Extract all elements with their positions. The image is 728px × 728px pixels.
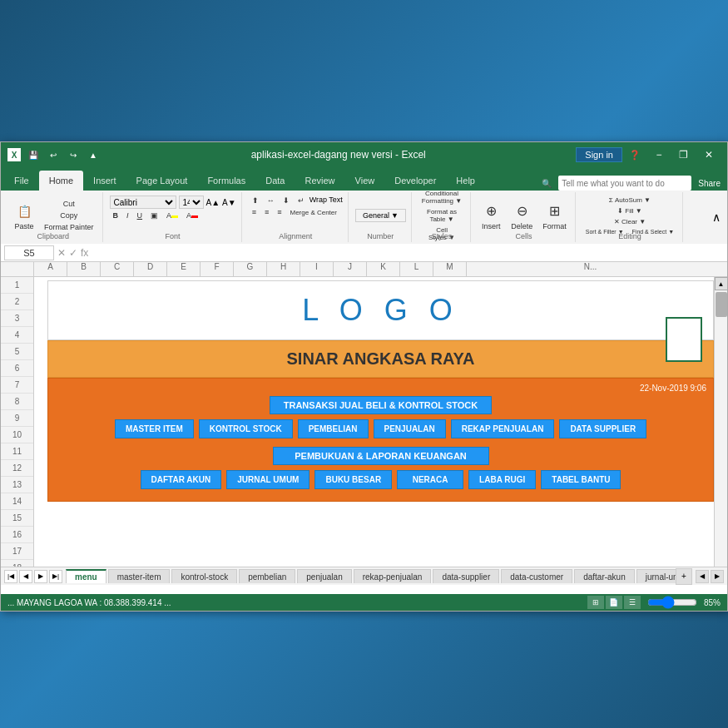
font-decrease-icon[interactable]: A▼ (222, 198, 236, 207)
tab-penjualan[interactable]: penjualan (297, 569, 351, 583)
tab-data-customer[interactable]: data-customer (501, 569, 572, 583)
tab-page-layout[interactable]: Page Layout (126, 171, 198, 191)
font-name-select[interactable]: Calibri (110, 196, 176, 209)
paste-button[interactable]: 📋 Paste (9, 194, 39, 237)
fill-button[interactable]: ⬇ Fill ▼ (582, 206, 677, 215)
border-button[interactable]: ▣ (147, 210, 161, 220)
autosum-button[interactable]: Σ AutoSum ▼ (582, 196, 677, 205)
col-N: N... (467, 262, 714, 276)
bold-button[interactable]: B (110, 210, 122, 220)
sheet-tab-prev[interactable]: ◀ (19, 570, 32, 583)
sheet-scroll-right[interactable]: ▶ (711, 570, 724, 583)
sheet-tab-first[interactable]: |◀ (4, 570, 17, 583)
align-center-button[interactable]: ≡ (261, 207, 272, 217)
delete-button[interactable]: ⊖ Delete (508, 200, 536, 232)
ribbon-collapse-button[interactable]: ∧ (712, 210, 721, 224)
scroll-up-arrow[interactable]: ▲ (715, 277, 728, 290)
tab-daftar-akun[interactable]: daftar-akun (574, 569, 635, 583)
page-break-view-button[interactable]: ☰ (624, 596, 641, 609)
wrap-text-button[interactable]: ↵ (295, 196, 308, 206)
restore-button[interactable]: ❐ (672, 146, 696, 163)
qat-redo[interactable]: ↪ (66, 147, 81, 162)
row-17: 17 (1, 543, 33, 560)
btn-laba-rugi[interactable]: LABA RUGI (468, 470, 536, 489)
btn-jurnal-umum[interactable]: JURNAL UMUM (226, 470, 310, 489)
font-size-select[interactable]: 14 (179, 196, 204, 209)
cut-button[interactable]: Cut (41, 199, 97, 209)
align-middle-button[interactable]: ↔ (264, 196, 278, 206)
tab-view[interactable]: View (345, 171, 385, 191)
help-icon[interactable]: ❓ (629, 150, 641, 161)
btn-master-item[interactable]: MASTER ITEM (115, 419, 194, 438)
name-box[interactable] (4, 245, 54, 260)
tab-data[interactable]: Data (255, 171, 295, 191)
fill-color-button[interactable]: A (163, 210, 181, 220)
tab-master-item[interactable]: master-item (108, 569, 171, 583)
qat-save[interactable]: 💾 (26, 147, 41, 162)
tab-developer[interactable]: Developer (384, 171, 446, 191)
page-layout-view-button[interactable]: 📄 (606, 596, 622, 609)
number-format-select[interactable]: General ▼ (355, 209, 406, 222)
btn-rekap-penjualan[interactable]: REKAP PENJUALAN (451, 419, 555, 438)
sheet-tab-next[interactable]: ▶ (34, 570, 47, 583)
italic-button[interactable]: I (123, 210, 132, 220)
formula-input[interactable] (92, 245, 724, 260)
btn-buku-besar[interactable]: BUKU BESAR (314, 470, 392, 489)
qat-up[interactable]: ▲ (86, 147, 101, 162)
format-as-table-button[interactable]: Format asTable ▼ (418, 207, 465, 224)
sheet-scroll-left[interactable]: ◀ (696, 570, 709, 583)
btn-pembelian[interactable]: PEMBELIAN (298, 419, 369, 438)
minimize-button[interactable]: − (647, 146, 671, 163)
scroll-thumb[interactable] (716, 292, 727, 317)
tell-me-input[interactable] (558, 176, 691, 191)
tab-kontrol-stock[interactable]: kontrol-stock (171, 569, 237, 583)
tab-help[interactable]: Help (446, 171, 485, 191)
font-color-button[interactable]: A (183, 210, 201, 220)
editing-group: Σ AutoSum ▼ ⬇ Fill ▼ ✕ Clear ▼ Sort & Fi… (577, 192, 683, 242)
extra-cell[interactable] (666, 317, 702, 362)
close-button[interactable]: ✕ (697, 146, 721, 163)
btn-data-supplier[interactable]: DATA SUPPLIER (559, 419, 646, 438)
share-button[interactable]: Share (698, 179, 721, 188)
align-top-button[interactable]: ⬆ (249, 196, 262, 206)
btn-kontrol-stock[interactable]: KONTROL STOCK (199, 419, 293, 438)
cells-group: ⊕ Insert ⊖ Delete ⊞ Format Cells (473, 192, 576, 242)
font-label: Font (166, 232, 181, 240)
font-increase-icon[interactable]: A▲ (206, 198, 220, 207)
tab-review[interactable]: Review (295, 171, 344, 191)
zoom-slider[interactable] (647, 598, 697, 607)
qat-undo[interactable]: ↩ (46, 147, 61, 162)
signin-button[interactable]: Sign in (576, 147, 622, 162)
tab-file[interactable]: File (4, 171, 39, 191)
normal-view-button[interactable]: ⊞ (587, 596, 604, 609)
clear-button[interactable]: ✕ Clear ▼ (582, 217, 677, 226)
row-13: 13 (1, 477, 33, 493)
tab-menu[interactable]: menu (66, 569, 106, 583)
align-bottom-button[interactable]: ⬇ (280, 196, 293, 206)
conditional-formatting-button[interactable]: ConditionalFormatting ▼ (418, 189, 465, 206)
btn-penjualan[interactable]: PENJUALAN (374, 419, 446, 438)
tab-rekap-penjualan[interactable]: rekap-penjualan (354, 569, 432, 583)
col-J: J (334, 262, 367, 276)
format-painter-button[interactable]: Format Painter (41, 222, 97, 232)
tab-data-supplier[interactable]: data-supplier (433, 569, 499, 583)
tab-insert[interactable]: Insert (83, 171, 126, 191)
format-button[interactable]: ⊞ Format (539, 200, 570, 232)
underline-button[interactable]: U (134, 210, 146, 220)
tab-formulas[interactable]: Formulas (197, 171, 255, 191)
tab-home[interactable]: Home (39, 171, 83, 191)
align-left-button[interactable]: ≡ (249, 207, 260, 217)
insert-button[interactable]: ⊕ Insert (478, 200, 504, 232)
copy-button[interactable]: Copy (41, 210, 97, 220)
col-A: A (34, 262, 67, 276)
align-right-button[interactable]: ≡ (274, 207, 285, 217)
add-sheet-button[interactable]: + (676, 568, 692, 585)
tab-pembelian[interactable]: pembelian (239, 569, 295, 583)
btn-neraca[interactable]: NERACA (397, 470, 463, 489)
btn-daftar-akun[interactable]: DAFTAR AKUN (141, 470, 222, 489)
merge-center-button[interactable]: Merge & Center (286, 207, 339, 217)
tab-jurnal-umum[interactable]: jurnal-umum (636, 569, 676, 583)
btn-tabel-bantu[interactable]: TABEL BANTU (541, 470, 621, 489)
sheet-tab-last[interactable]: ▶| (49, 570, 62, 583)
row-6: 6 (1, 360, 33, 377)
